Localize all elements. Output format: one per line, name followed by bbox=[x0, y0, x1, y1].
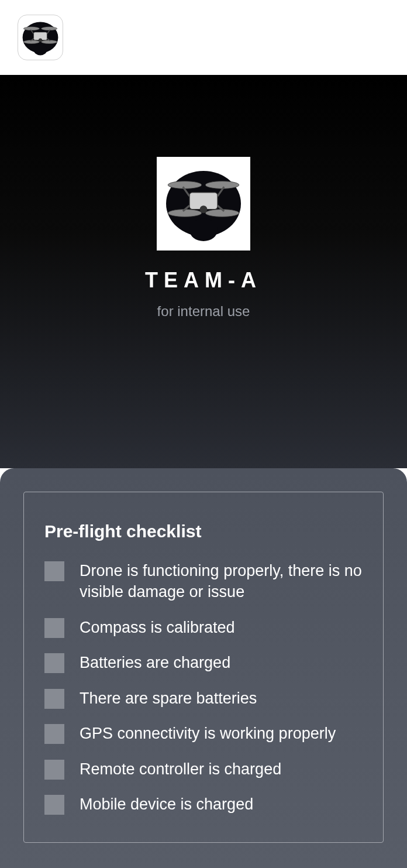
svg-point-15 bbox=[205, 181, 239, 189]
checklist-item-label: Batteries are charged bbox=[80, 652, 230, 673]
top-bar bbox=[0, 0, 407, 75]
checkbox[interactable] bbox=[44, 653, 64, 673]
app-icon-small[interactable] bbox=[18, 15, 63, 60]
checklist-item: Mobile device is charged bbox=[44, 794, 363, 815]
drone-icon bbox=[18, 15, 63, 60]
drone-icon bbox=[157, 157, 250, 251]
checklist-item: Drone is functioning properly, there is … bbox=[44, 560, 363, 603]
checklist-item-label: There are spare batteries bbox=[80, 688, 257, 709]
checkbox[interactable] bbox=[44, 795, 64, 815]
checklist-item-label: Compass is calibrated bbox=[80, 617, 235, 638]
checkbox[interactable] bbox=[44, 561, 64, 581]
svg-point-14 bbox=[168, 181, 202, 189]
checkbox[interactable] bbox=[44, 724, 64, 744]
hero-section: TEAM-A for internal use bbox=[0, 75, 407, 468]
hero-title: TEAM-A bbox=[145, 268, 262, 293]
checklist-item-label: GPS connectivity is working properly bbox=[80, 723, 336, 744]
checklist-item: Batteries are charged bbox=[44, 652, 363, 673]
checklist-item: There are spare batteries bbox=[44, 688, 363, 709]
checklist-item: Compass is calibrated bbox=[44, 617, 363, 638]
svg-point-11 bbox=[39, 39, 42, 42]
app-icon-large bbox=[157, 157, 250, 251]
svg-point-3 bbox=[42, 27, 57, 30]
checkbox[interactable] bbox=[44, 689, 64, 709]
svg-point-1 bbox=[34, 44, 47, 55]
checkbox[interactable] bbox=[44, 760, 64, 780]
checklist-item-label: Remote controller is charged bbox=[80, 759, 281, 780]
checklist-panel: Pre-flight checklist Drone is functionin… bbox=[0, 468, 407, 868]
checklist-item: Remote controller is charged bbox=[44, 759, 363, 780]
checklist-card: Pre-flight checklist Drone is functionin… bbox=[23, 492, 384, 843]
checklist-item-label: Drone is functioning properly, there is … bbox=[80, 560, 363, 603]
checklist-title: Pre-flight checklist bbox=[44, 522, 363, 541]
svg-point-13 bbox=[189, 219, 218, 241]
hero-subtitle: for internal use bbox=[157, 303, 250, 320]
checklist-item: GPS connectivity is working properly bbox=[44, 723, 363, 744]
checklist-item-label: Mobile device is charged bbox=[80, 794, 253, 815]
checkbox[interactable] bbox=[44, 618, 64, 638]
svg-point-2 bbox=[23, 27, 39, 30]
svg-point-23 bbox=[200, 205, 208, 213]
